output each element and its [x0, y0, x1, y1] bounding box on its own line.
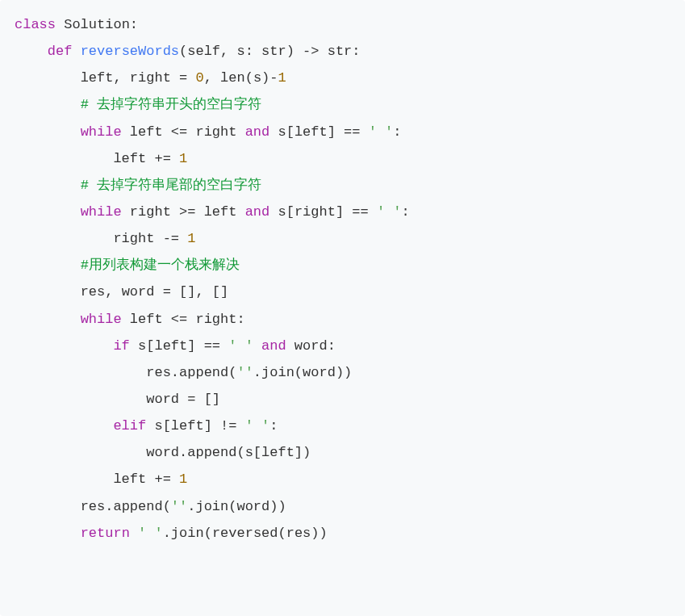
- code-line: word.append(s[left]): [15, 445, 311, 460]
- code-line: word = []: [15, 392, 220, 407]
- code-block: class Solution: def reverseWords(self, s…: [0, 0, 685, 616]
- code-line: left += 1: [15, 151, 187, 166]
- code-line: class Solution:: [15, 17, 138, 32]
- comment: #用列表构建一个栈来解决: [81, 258, 240, 273]
- string-literal: ' ': [228, 338, 253, 354]
- code-line: left, right = 0, len(s)-1: [15, 70, 286, 86]
- keyword-and: and: [261, 338, 286, 354]
- code-line: while left <= right and s[left] == ' ':: [15, 124, 402, 140]
- code-line: while right >= left and s[right] == ' ':: [15, 204, 410, 220]
- string-literal: '': [236, 365, 253, 380]
- keyword-while: while: [81, 204, 122, 220]
- code-line: elif s[left] != ' ':: [15, 418, 278, 434]
- keyword-and: and: [245, 124, 270, 140]
- code-line: while left <= right:: [15, 312, 245, 327]
- keyword-while: while: [81, 312, 122, 327]
- keyword-if: if: [113, 338, 129, 354]
- function-name: reverseWords: [81, 44, 179, 59]
- comment: # 去掉字符串尾部的空白字符: [81, 178, 261, 193]
- keyword-and: and: [245, 204, 270, 220]
- keyword-while: while: [81, 124, 122, 140]
- keyword-elif: elif: [113, 418, 146, 434]
- code-line: res, word = [], []: [15, 284, 228, 300]
- keyword-return: return: [81, 526, 130, 541]
- code-line: res.append(''.join(word)): [15, 499, 286, 514]
- keyword-def: def: [48, 44, 73, 59]
- string-literal: ' ': [245, 418, 270, 434]
- code-line: return ' '.join(reversed(res)): [15, 526, 328, 541]
- string-literal: ' ': [138, 526, 163, 541]
- code-line: res.append(''.join(word)): [15, 365, 352, 380]
- colon: :: [130, 17, 138, 32]
- code-line: if s[left] == ' ' and word:: [15, 338, 336, 354]
- code-line: # 去掉字符串开头的空白字符: [15, 97, 261, 112]
- class-name: Solution: [64, 17, 130, 32]
- string-literal: ' ': [369, 124, 394, 140]
- string-literal: ' ': [377, 204, 402, 220]
- string-literal: '': [171, 499, 187, 514]
- code-line: #用列表构建一个栈来解决: [15, 258, 240, 273]
- keyword-class: class: [15, 17, 56, 32]
- code-line: def reverseWords(self, s: str) -> str:: [15, 44, 361, 59]
- code-line: right -= 1: [15, 231, 195, 246]
- code-line: left += 1: [15, 471, 187, 487]
- comment: # 去掉字符串开头的空白字符: [81, 97, 261, 112]
- code-line: # 去掉字符串尾部的空白字符: [15, 178, 261, 193]
